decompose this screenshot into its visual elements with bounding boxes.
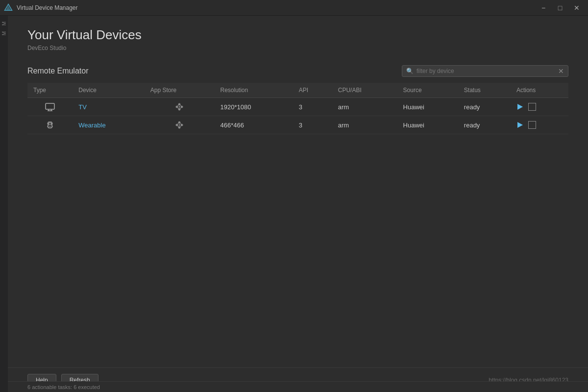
col-status: Status: [458, 83, 511, 98]
svg-marker-26: [517, 122, 523, 128]
col-api: API: [293, 83, 332, 98]
col-device: Device: [73, 83, 144, 98]
cell-api: 3: [293, 98, 332, 116]
stop-button[interactable]: [528, 121, 536, 129]
svg-marker-12: [517, 104, 523, 110]
svg-point-15: [49, 126, 50, 127]
close-button[interactable]: ✕: [569, 2, 584, 13]
cell-status: ready: [458, 98, 511, 116]
main-content: Your Virtual Devices DevEco Studio Remot…: [8, 16, 588, 392]
svg-rect-2: [46, 103, 54, 109]
title-bar-text: Virtual Device Manager: [17, 4, 536, 11]
col-source: Source: [397, 83, 458, 98]
cell-source: Huawei: [397, 98, 458, 116]
cell-source: Huawei: [397, 116, 458, 134]
play-icon: [516, 103, 523, 110]
cell-device-name[interactable]: Wearable: [73, 116, 144, 134]
cell-appstore: [145, 98, 215, 116]
section-title: Remote Emulator: [27, 67, 89, 75]
search-clear-icon[interactable]: ✕: [558, 68, 564, 74]
cell-actions: [511, 116, 568, 134]
cell-resolution: 1920*1080: [214, 98, 293, 116]
col-cpuabi: CPU/ABI: [332, 83, 397, 98]
device-table: Type Device App Store Resolution API CPU…: [27, 83, 568, 134]
maximize-button[interactable]: □: [553, 2, 567, 13]
table-body: TV 1920*10803armHuaweiready Wearable: [27, 98, 568, 134]
tv-icon: [33, 102, 67, 112]
sidebar-label-m1[interactable]: M: [0, 20, 8, 27]
svg-point-25: [179, 124, 180, 126]
svg-rect-14: [49, 123, 51, 125]
cell-cpuabi: arm: [332, 116, 397, 134]
appstore-icon: [150, 120, 209, 130]
left-sidebar: M M: [0, 16, 8, 392]
cell-cpuabi: arm: [332, 98, 397, 116]
cell-device-name[interactable]: TV: [73, 98, 144, 116]
status-bar-text: 6 actionable tasks: 6 executed: [27, 384, 100, 390]
search-icon: 🔍: [406, 68, 414, 74]
search-input[interactable]: [416, 68, 555, 74]
device-name-link[interactable]: Wearable: [78, 122, 105, 129]
sidebar-label-m2[interactable]: M: [0, 29, 8, 37]
cell-appstore: [145, 116, 215, 134]
col-appstore: App Store: [145, 83, 215, 98]
col-actions: Actions: [511, 83, 568, 98]
cell-actions: [511, 98, 568, 116]
search-box[interactable]: 🔍 ✕: [402, 65, 568, 77]
cell-resolution: 466*466: [214, 116, 293, 134]
cell-type-icon: [27, 98, 73, 116]
page-title: Your Virtual Devices: [27, 27, 568, 43]
svg-point-11: [179, 106, 180, 108]
window-controls: − □ ✕: [536, 2, 584, 13]
table-row: Wearable 466*4663armHuaweiready: [27, 116, 568, 134]
wearable-icon: [33, 120, 67, 130]
title-bar: Virtual Device Manager − □ ✕: [0, 0, 588, 16]
minimize-button[interactable]: −: [536, 2, 551, 13]
section-header: Remote Emulator 🔍 ✕: [27, 65, 568, 77]
table-header: Type Device App Store Resolution API CPU…: [27, 83, 568, 98]
col-type: Type: [27, 83, 73, 98]
play-button[interactable]: [516, 103, 523, 110]
page-subtitle: DevEco Studio: [27, 45, 568, 51]
col-resolution: Resolution: [214, 83, 293, 98]
cell-type-icon: [27, 116, 73, 134]
play-icon: [516, 122, 523, 128]
svg-marker-1: [6, 5, 11, 10]
table-row: TV 1920*10803armHuaweiready: [27, 98, 568, 116]
app-logo-icon: [4, 3, 13, 12]
stop-button[interactable]: [528, 103, 536, 111]
play-button[interactable]: [516, 122, 523, 128]
appstore-icon: [150, 102, 209, 112]
cell-api: 3: [293, 116, 332, 134]
device-name-link[interactable]: TV: [78, 103, 87, 111]
cell-status: ready: [458, 116, 511, 134]
